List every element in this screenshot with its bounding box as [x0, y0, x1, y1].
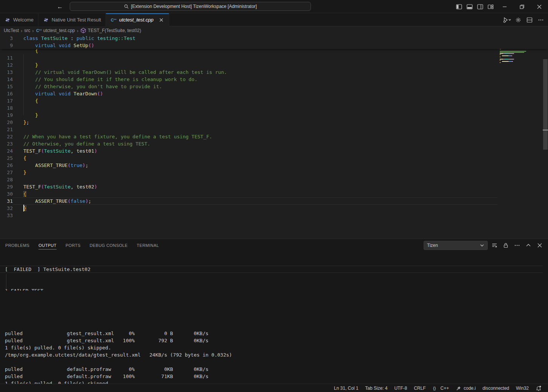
search-icon — [124, 4, 129, 9]
code-line[interactable]: 18 — [0, 104, 501, 112]
status-item-code-i[interactable]: code.i — [452, 384, 479, 392]
code-line[interactable]: 32} — [0, 205, 501, 212]
tab-welcome[interactable]: Welcome — [0, 13, 38, 26]
status-item-crlf[interactable]: CRLF — [410, 384, 429, 392]
command-center-search[interactable]: [Extension Development Host] TizenWorksp… — [70, 2, 311, 11]
toggle-panel-icon[interactable] — [464, 2, 475, 12]
status-item-disconnected[interactable]: disconnected — [479, 384, 513, 392]
close-window-button[interactable] — [531, 0, 548, 13]
code-line[interactable]: 17 { — [0, 97, 501, 104]
tab-utctest-test-cpp[interactable]: C++utctest_test.cpp — [106, 13, 169, 26]
panel-tab-problems[interactable]: PROBLEMS — [5, 239, 29, 251]
code-line[interactable]: 27} — [0, 169, 501, 176]
breadcrumb-item[interactable]: UtcTest — [4, 28, 19, 33]
svg-text:{}: {} — [433, 386, 436, 390]
code-line[interactable]: 11 — [0, 54, 501, 61]
nav-back-button[interactable]: ← — [56, 3, 64, 11]
tab-native-unit-test-result[interactable]: Native Unit Test Result — [38, 13, 106, 26]
breadcrumb-separator: › — [20, 28, 23, 34]
code-line[interactable]: 15 // Otherwise, you don't have to provi… — [0, 83, 501, 90]
settings-gear-icon[interactable] — [513, 15, 523, 25]
output-line[interactable]: pulled default.profraw 100% 71KB 0KB/s — [5, 373, 543, 380]
output-line[interactable]: pulled gtest_result.xml 0% 0 B 0KB/s — [5, 330, 543, 337]
line-number: 14 — [0, 76, 13, 83]
status-bar: Ln 31, Col 1Tab Size: 4UTF-8CRLF{}C++cod… — [0, 384, 548, 392]
status-item-tab-size-4[interactable]: Tab Size: 4 — [362, 384, 391, 392]
code-line[interactable]: 20}; — [0, 119, 501, 126]
panel-tab-terminal[interactable]: TERMINAL — [137, 239, 159, 251]
panel-tab-ports[interactable]: PORTS — [66, 239, 81, 251]
status-item-win32[interactable]: Win32 — [513, 384, 532, 392]
status-item-c-[interactable]: {}C++ — [429, 384, 453, 392]
clear-output-icon[interactable] — [490, 241, 499, 250]
code-line[interactable]: 33 — [0, 212, 501, 219]
output-line[interactable] — [5, 315, 543, 323]
output-line[interactable] — [5, 323, 543, 330]
more-actions-icon[interactable] — [536, 15, 546, 25]
code-line[interactable]: 23// Otherwise, you define a test using … — [0, 140, 501, 147]
minimize-button[interactable] — [496, 0, 513, 13]
line-number: 29 — [0, 183, 13, 190]
status-item-bell-dot[interactable] — [532, 384, 545, 392]
status-item-ln-31-col-1[interactable]: Ln 31, Col 1 — [331, 384, 362, 392]
maximize-panel-icon[interactable] — [524, 241, 533, 250]
close-panel-icon[interactable] — [535, 241, 544, 250]
output-line[interactable]: 1 file(s) pulled. 0 file(s) skipped. — [5, 344, 543, 351]
output-line[interactable]: pulled gtest_result.xml 100% 792 B 0KB/s — [5, 337, 543, 344]
tizen-pinwheel-icon — [5, 17, 11, 23]
indent-guide — [23, 54, 24, 115]
code-line[interactable]: 29TEST_F(TestSuite, test02) — [0, 183, 501, 190]
customize-layout-icon[interactable] — [485, 2, 496, 12]
split-editor-icon[interactable] — [525, 15, 534, 25]
editor-scrollbar[interactable] — [543, 35, 548, 239]
code-line[interactable]: 31 ASSERT_TRUE(false); — [0, 198, 501, 205]
code-line[interactable]: 30{ — [0, 190, 501, 198]
close-tab-icon[interactable] — [158, 17, 164, 23]
breadcrumb-item[interactable]: C++utctest_test.cpp — [36, 28, 75, 34]
output-line[interactable] — [5, 358, 543, 366]
chevron-down-icon — [480, 243, 484, 248]
output-clipped-line: 1 FAILED TEST — [0, 287, 543, 291]
output-console[interactable]: [ FAILED ] TestSuite.test02 1 FAILED TES… — [0, 251, 543, 384]
code-line[interactable]: 9 virtual void SetUp() — [0, 42, 501, 49]
restore-button[interactable] — [513, 0, 531, 13]
tab-label: Welcome — [13, 17, 34, 23]
breadcrumb-item[interactable]: TEST_F(TestSuite, test02) — [80, 28, 141, 34]
code-line[interactable]: 16 virtual void TearDown() — [0, 90, 501, 97]
braces-icon: {} — [433, 385, 439, 391]
title-bar: ← → [Extension Development Host] TizenWo… — [0, 0, 548, 13]
status-item-utf-8[interactable]: UTF-8 — [391, 384, 410, 392]
panel-tab-debug-console[interactable]: DEBUG CONSOLE — [90, 239, 128, 251]
code-line[interactable]: 21 — [0, 126, 501, 133]
line-number: 33 — [0, 212, 13, 219]
lock-icon[interactable] — [501, 241, 510, 250]
line-number: 20 — [0, 119, 13, 126]
code-line[interactable]: 19 } — [0, 112, 501, 119]
sticky-scroll[interactable]: 3class TestSuite : public testing::Test9… — [0, 35, 548, 49]
breadcrumb-item[interactable]: src — [24, 28, 30, 33]
code-line[interactable]: { — [0, 49, 501, 54]
line-number: 3 — [0, 35, 13, 42]
code-line[interactable]: 24TEST_F(TestSuite, test01) — [0, 147, 501, 155]
code-editor[interactable]: 3class TestSuite : public testing::Test9… — [0, 35, 548, 239]
breadcrumb: UtcTest›src›C++utctest_test.cpp›TEST_F(T… — [0, 26, 548, 35]
output-line[interactable]: /tmp/org.example.utctest/data/gtest_resu… — [5, 351, 543, 358]
output-line[interactable]: pulled default.profraw 0% 0KB 0KB/s — [5, 366, 543, 373]
output-channel-select[interactable]: Tizen — [424, 241, 488, 250]
line-number: 30 — [0, 190, 13, 198]
code-line[interactable]: 14 // You should define it if there is c… — [0, 76, 501, 83]
panel-tab-output[interactable]: OUTPUT — [38, 239, 57, 251]
output-sticky-line[interactable]: [ FAILED ] TestSuite.test02 — [0, 266, 543, 273]
scrollbar-slider[interactable] — [543, 59, 548, 150]
code-line[interactable]: 12 } — [0, 61, 501, 69]
panel-more-actions-icon[interactable] — [513, 241, 522, 250]
toggle-sidebar-right-icon[interactable] — [475, 2, 485, 12]
code-line[interactable]: 13 // virtual void TearDown() will be ca… — [0, 69, 501, 76]
code-line[interactable]: 28 — [0, 176, 501, 183]
toggle-sidebar-left-icon[interactable] — [454, 2, 464, 12]
code-line[interactable]: 3class TestSuite : public testing::Test — [0, 35, 501, 42]
code-line[interactable]: 26 ASSERT_TRUE(true); — [0, 162, 501, 169]
code-line[interactable]: 25{ — [0, 155, 501, 162]
run-tests-icon[interactable] — [502, 15, 512, 25]
code-line[interactable]: 22// When you have a test fixture, you d… — [0, 133, 501, 140]
